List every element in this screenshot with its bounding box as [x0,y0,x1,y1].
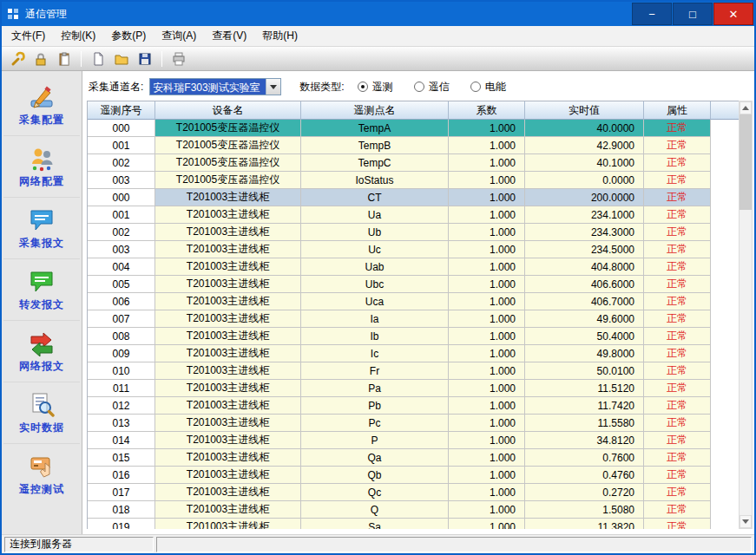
sidebar-item-label: 采集配置 [19,113,64,127]
sidebar-item-network-config[interactable]: 网络配置 [3,136,80,198]
channel-combobox[interactable]: 安科瑞F303测试实验室 [149,78,281,95]
table-row[interactable]: 001T201005变压器温控仪TempB1.00042.9000正常 [88,137,739,154]
table-cell: 002 [88,224,155,241]
table-row[interactable]: 004T201003主进线柜Uab1.000404.8000正常 [88,258,739,276]
table-cell: 234.3000 [525,224,644,241]
scrollbar-track[interactable] [740,114,752,515]
toolbar-wrench-button[interactable] [7,49,28,69]
menu-control[interactable]: 控制(K) [53,25,103,47]
row-filler [711,432,739,449]
sidebar-item-label: 采集报文 [19,236,64,251]
menu-help[interactable]: 帮助(H) [254,25,306,47]
table-row[interactable]: 019T201003主进线柜Sa1.00011.3820正常 [88,519,739,529]
menu-file[interactable]: 文件(F) [3,25,53,47]
table-cell: IoStatus [301,172,449,189]
table-cell: 000 [88,189,155,206]
header-coefficient[interactable]: 系数 [449,101,525,120]
table-cell: 49.8000 [525,345,644,362]
scrollbar-thumb[interactable] [740,114,752,210]
table-row[interactable]: 016T201003主进线柜Qb1.0000.4760正常 [88,467,739,484]
table-row[interactable]: 013T201003主进线柜Pc1.00011.5580正常 [88,415,739,432]
radio-telemetry[interactable]: 遥测 [358,80,393,95]
header-telemetry-index[interactable]: 遥测序号 [88,101,155,120]
scroll-down-button[interactable] [740,515,752,528]
table-cell: 003 [88,172,155,189]
table-row[interactable]: 000T201003主进线柜CT1.000200.0000正常 [88,189,739,206]
menu-view[interactable]: 查看(V) [204,25,254,47]
table-cell: 11.5580 [525,415,644,432]
table-row[interactable]: 018T201003主进线柜Q1.0001.5080正常 [88,501,739,519]
table-cell: 1.5080 [525,501,644,519]
table-row[interactable]: 009T201003主进线柜Ic1.00049.8000正常 [88,345,739,362]
table-row[interactable]: 003T201003主进线柜Uc1.000234.5000正常 [88,241,739,258]
table-cell: 1.000 [449,276,525,293]
sidebar-item-realtime-data[interactable]: 实时数据 [3,382,80,444]
table-area: 遥测序号 设备名 遥测点名 系数 实时值 属性 000T201005变压器温控仪… [87,101,753,529]
table-cell: 50.4000 [525,328,644,345]
table-cell: 正常 [644,328,711,345]
combobox-dropdown-button[interactable] [266,79,280,95]
table-cell: T201003主进线柜 [155,432,301,449]
table-row[interactable]: 011T201003主进线柜Pa1.00011.5120正常 [88,380,739,397]
table-row[interactable]: 017T201003主进线柜Qc1.0000.2720正常 [88,484,739,501]
maximize-button[interactable]: □ [673,3,713,25]
table-row[interactable]: 015T201003主进线柜Qa1.0000.7600正常 [88,449,739,467]
sidebar-item-collect-message[interactable]: 采集报文 [3,198,80,259]
table-cell: 406.6000 [525,276,644,293]
sidebar-item-collect-config[interactable]: 采集配置 [3,75,80,136]
table-cell: T201003主进线柜 [155,362,301,380]
header-attribute[interactable]: 属性 [644,101,711,120]
header-device-name[interactable]: 设备名 [155,101,301,120]
table-row[interactable]: 002T201005变压器温控仪TempC1.00040.1000正常 [88,154,739,172]
table-cell: T201003主进线柜 [155,206,301,224]
table-cell: Pc [301,415,449,432]
toolbar-new-button[interactable] [88,49,108,69]
title-bar[interactable]: 通信管理 − □ ✕ [2,2,754,26]
row-filler [711,484,739,501]
toolbar-separator [81,51,82,67]
menu-parameter[interactable]: 参数(P) [103,25,154,47]
table-row[interactable]: 002T201003主进线柜Ub1.000234.3000正常 [88,224,739,241]
table-cell: 010 [88,362,155,380]
radio-label: 遥测 [372,80,393,95]
table-row[interactable]: 010T201003主进线柜Fr1.00050.0100正常 [88,362,739,380]
header-realtime-value[interactable]: 实时值 [525,101,644,120]
close-button[interactable]: ✕ [713,3,753,25]
table-cell: Uc [301,241,449,258]
sidebar-item-remote-test[interactable]: 遥控测试 [3,444,80,505]
table-cell: T201003主进线柜 [155,467,301,484]
arrow-down-icon [742,519,749,524]
table-row[interactable]: 001T201003主进线柜Ua1.000234.1000正常 [88,206,739,224]
status-connection: 连接到服务器 [4,537,154,552]
toolbar-print-button[interactable] [168,49,189,69]
toolbar-save-button[interactable] [135,49,155,69]
table-cell: T201003主进线柜 [155,501,301,519]
sidebar-item-label: 转发报文 [19,297,64,312]
save-icon [137,51,153,67]
table-row[interactable]: 014T201003主进线柜P1.00034.8120正常 [88,432,739,449]
table-cell: 1.000 [449,380,525,397]
toolbar-open-button[interactable] [111,49,132,69]
header-point-name[interactable]: 遥测点名 [301,101,449,120]
minimize-button[interactable]: − [632,3,672,25]
sidebar-item-forward-message[interactable]: 转发报文 [3,259,80,321]
sidebar-item-network-message[interactable]: 网络报文 [3,321,80,382]
status-bar: 连接到服务器 [2,534,754,553]
scroll-up-button[interactable] [740,101,752,114]
radio-telesignal[interactable]: 遥信 [414,80,450,95]
table-row[interactable]: 012T201003主进线柜Pb1.00011.7420正常 [88,397,739,415]
table-row[interactable]: 005T201003主进线柜Ubc1.000406.6000正常 [88,276,739,293]
toolbar-lock-button[interactable] [30,49,51,69]
radio-energy[interactable]: 电能 [470,80,506,95]
table-row[interactable]: 007T201003主进线柜Ia1.00049.6000正常 [88,310,739,328]
toolbar-paste-button[interactable] [54,49,75,69]
menu-query[interactable]: 查询(A) [154,25,204,47]
table-cell: 11.3820 [525,519,644,529]
table-cell: T201003主进线柜 [155,519,301,529]
table-row[interactable]: 003T201005变压器温控仪IoStatus1.0000.0000正常 [88,172,739,189]
vertical-scrollbar[interactable] [739,101,753,529]
table-row[interactable]: 006T201003主进线柜Uca1.000406.7000正常 [88,293,739,310]
table-cell: Qa [301,449,449,467]
table-row[interactable]: 008T201003主进线柜Ib1.00050.4000正常 [88,328,739,345]
table-row[interactable]: 000T201005变压器温控仪TempA1.00040.0000正常 [88,120,739,137]
